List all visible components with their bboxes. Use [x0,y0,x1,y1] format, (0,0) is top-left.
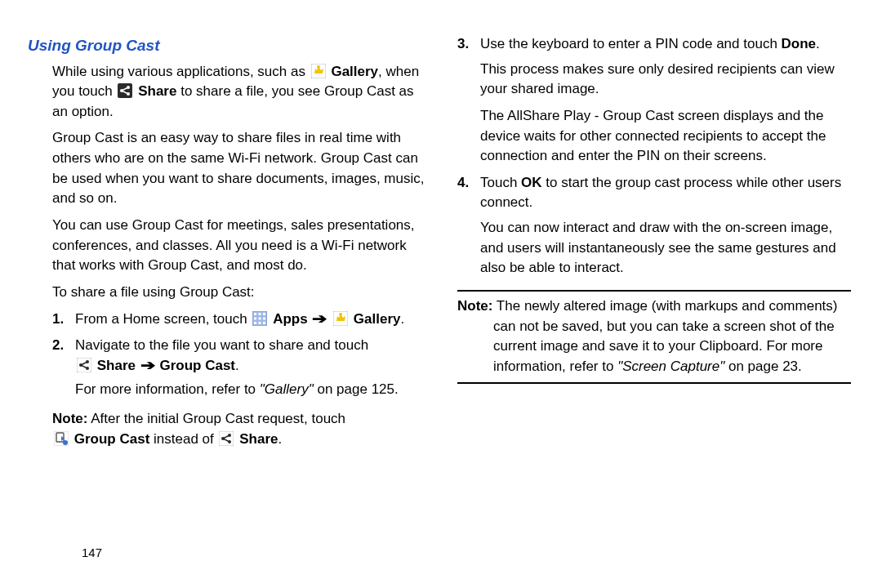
step-number: 4. [457,173,469,194]
intro-para-2: Group Cast is an easy way to share files… [52,128,425,209]
text: on page 125. [314,381,399,397]
arrow-icon: ➔ [312,310,327,330]
step-3: 3. Use the keyboard to enter a PIN code … [457,34,851,167]
steps-list-right: 3. Use the keyboard to enter a PIN code … [457,34,851,278]
apps-label: Apps [273,311,308,327]
right-column: 3. Use the keyboard to enter a PIN code … [441,34,854,543]
text: . [278,431,282,447]
share-label: Share [239,431,278,447]
inline-note: Note: After the initial Group Cast reque… [52,409,425,449]
text: While using various applications, such a… [52,64,310,79]
gallery-icon [311,64,326,78]
intro-para-4: To share a file using Group Cast: [52,283,425,303]
groupcast-icon [54,431,69,446]
ok-label: OK [521,175,542,190]
share-icon [118,83,132,98]
note-label: Note: [52,411,87,426]
apps-icon [252,311,267,326]
share-icon [219,431,234,446]
share-label: Share [138,83,176,99]
page-number: 147 [82,544,102,562]
share-label: Share [97,358,136,373]
gallery-icon [333,311,348,326]
step-4: 4. Touch OK to start the group cast proc… [457,173,851,278]
note-block: Note: The newly altered image (with mark… [457,290,851,384]
share-icon [77,358,91,372]
step-number: 3. [457,34,469,55]
arrow-icon: ➔ [140,356,155,376]
text: For more information, refer to [75,381,260,397]
step-number: 2. [52,336,64,356]
gallery-label: Gallery [331,64,378,79]
text: Use the keyboard to enter a PIN code and… [480,36,782,51]
ref-link: "Screen Capture" [617,359,724,374]
text: on page 23. [724,359,802,374]
step-1: 1. From a Home screen, touch Apps ➔ Gall… [52,310,425,330]
intro-para-1: While using various applications, such a… [52,62,425,122]
note-label: Note: [457,298,492,314]
text: . [235,358,239,373]
section-heading: Using Group Cast [28,34,425,57]
text: From a Home screen, touch [75,311,251,327]
steps-list-left: 1. From a Home screen, touch Apps ➔ Gall… [52,310,425,400]
text: Navigate to the file you want to share a… [75,337,368,353]
done-label: Done [782,36,817,51]
text: Touch [480,175,521,190]
text: . [816,36,820,51]
gallery-label: Gallery [354,311,401,327]
step-3-para-3: The AllShare Play - Group Cast screen di… [480,106,851,167]
intro-para-3: You can use Group Cast for meetings, sal… [52,216,425,276]
step-4-para-2: You can now interact and draw with the o… [480,218,851,278]
text: instead of [149,431,217,447]
left-column: Using Group Cast While using various app… [28,34,441,543]
step-3-para-2: This process makes sure only desired rec… [480,60,851,100]
text: After the initial Group Cast request, to… [87,411,345,426]
step-number: 1. [52,310,64,330]
text: . [401,311,405,327]
groupcast-label: Group Cast [159,358,235,373]
groupcast-label: Group Cast [74,431,150,447]
step-2: 2. Navigate to the file you want to shar… [52,336,425,399]
ref-link: "Gallery" [260,381,314,397]
note-text: Note: The newly altered image (with mark… [457,296,851,377]
